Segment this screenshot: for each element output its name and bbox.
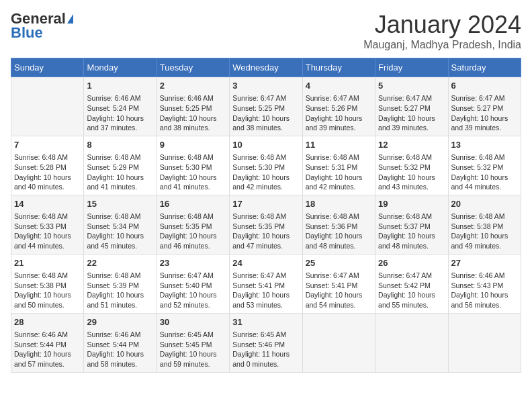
day-info: and 40 minutes.	[14, 182, 81, 192]
day-info: Daylight: 10 hours	[378, 290, 445, 300]
day-info: Daylight: 10 hours	[232, 231, 299, 241]
day-info: Sunset: 5:46 PM	[232, 340, 299, 350]
day-info: and 39 minutes.	[378, 123, 445, 133]
month-title: January 2024	[363, 11, 521, 39]
location-subtitle: Mauganj, Madhya Pradesh, India	[363, 39, 521, 51]
day-cell: 4Sunrise: 6:47 AMSunset: 5:26 PMDaylight…	[302, 77, 375, 136]
day-info: and 52 minutes.	[160, 300, 226, 310]
day-info: and 0 minutes.	[232, 359, 299, 369]
day-number: 21	[14, 257, 81, 269]
week-row-4: 21Sunrise: 6:48 AMSunset: 5:38 PMDayligh…	[11, 254, 521, 313]
day-info: and 37 minutes.	[87, 123, 153, 133]
day-info: Sunset: 5:32 PM	[451, 163, 518, 173]
day-info: Sunset: 5:27 PM	[378, 103, 445, 113]
day-cell: 21Sunrise: 6:48 AMSunset: 5:38 PMDayligh…	[11, 254, 84, 313]
day-cell: 30Sunrise: 6:45 AMSunset: 5:45 PMDayligh…	[157, 313, 229, 372]
day-info: Sunset: 5:38 PM	[451, 222, 518, 232]
day-cell: 29Sunrise: 6:46 AMSunset: 5:44 PMDayligh…	[84, 313, 157, 372]
day-info: Daylight: 10 hours	[87, 290, 153, 300]
day-info: Daylight: 10 hours	[160, 231, 226, 241]
day-number: 13	[451, 139, 518, 151]
day-info: Sunset: 5:42 PM	[378, 281, 445, 291]
day-info: Daylight: 10 hours	[306, 290, 372, 300]
day-info: Sunrise: 6:48 AM	[87, 212, 153, 222]
day-info: and 46 minutes.	[160, 241, 226, 251]
day-info: and 44 minutes.	[14, 241, 81, 251]
day-cell: 24Sunrise: 6:47 AMSunset: 5:41 PMDayligh…	[230, 254, 302, 313]
day-info: Sunrise: 6:47 AM	[451, 93, 518, 103]
week-row-2: 7Sunrise: 6:48 AMSunset: 5:28 PMDaylight…	[11, 136, 521, 195]
day-number: 28	[14, 316, 81, 328]
day-info: Sunset: 5:35 PM	[160, 222, 226, 232]
day-info: Daylight: 10 hours	[451, 113, 518, 124]
day-cell: 31Sunrise: 6:45 AMSunset: 5:46 PMDayligh…	[230, 313, 302, 372]
day-info: Sunrise: 6:48 AM	[160, 152, 226, 163]
day-cell: 10Sunrise: 6:48 AMSunset: 5:30 PMDayligh…	[230, 136, 302, 195]
day-info: and 56 minutes.	[451, 300, 518, 310]
day-number: 8	[87, 139, 153, 151]
day-cell	[302, 313, 375, 372]
day-cell	[11, 77, 84, 136]
day-info: Daylight: 10 hours	[451, 290, 518, 300]
day-info: Daylight: 10 hours	[87, 113, 153, 124]
day-number: 1	[87, 80, 153, 92]
day-cell: 11Sunrise: 6:48 AMSunset: 5:31 PMDayligh…	[302, 136, 375, 195]
day-number: 11	[306, 139, 372, 151]
day-number: 20	[451, 198, 518, 210]
day-info: and 48 minutes.	[306, 241, 372, 251]
day-cell: 12Sunrise: 6:48 AMSunset: 5:32 PMDayligh…	[375, 136, 448, 195]
day-number: 29	[87, 316, 153, 328]
day-info: Sunset: 5:44 PM	[14, 340, 81, 350]
logo-blue: Blue	[11, 26, 73, 40]
day-cell: 19Sunrise: 6:48 AMSunset: 5:37 PMDayligh…	[375, 195, 448, 254]
day-info: Daylight: 10 hours	[378, 113, 445, 124]
day-info: Sunset: 5:32 PM	[378, 163, 445, 173]
day-number: 5	[378, 80, 445, 92]
day-info: Sunrise: 6:48 AM	[14, 271, 81, 281]
day-number: 6	[451, 80, 518, 92]
day-number: 9	[160, 139, 226, 151]
day-info: Sunrise: 6:48 AM	[451, 212, 518, 222]
day-info: Sunrise: 6:48 AM	[378, 152, 445, 163]
day-info: Sunrise: 6:47 AM	[232, 271, 299, 281]
day-cell: 5Sunrise: 6:47 AMSunset: 5:27 PMDaylight…	[375, 77, 448, 136]
day-cell: 2Sunrise: 6:46 AMSunset: 5:25 PMDaylight…	[157, 77, 229, 136]
day-info: Sunset: 5:30 PM	[232, 163, 299, 173]
day-info: Sunrise: 6:46 AM	[160, 93, 226, 103]
day-info: and 38 minutes.	[232, 123, 299, 133]
day-number: 26	[378, 257, 445, 269]
day-info: Sunrise: 6:46 AM	[87, 93, 153, 103]
day-info: and 44 minutes.	[451, 182, 518, 192]
day-cell	[375, 313, 448, 372]
day-info: Sunrise: 6:48 AM	[378, 212, 445, 222]
day-number: 24	[232, 257, 299, 269]
day-cell: 28Sunrise: 6:46 AMSunset: 5:44 PMDayligh…	[11, 313, 84, 372]
day-info: Sunrise: 6:48 AM	[451, 152, 518, 163]
logo: General Blue	[11, 11, 73, 40]
day-info: Sunset: 5:29 PM	[87, 163, 153, 173]
day-info: Sunset: 5:35 PM	[232, 222, 299, 232]
day-info: Sunrise: 6:47 AM	[160, 271, 226, 281]
day-info: Sunrise: 6:46 AM	[14, 330, 81, 340]
day-info: Daylight: 10 hours	[87, 231, 153, 241]
day-info: Sunrise: 6:47 AM	[378, 271, 445, 281]
day-cell: 14Sunrise: 6:48 AMSunset: 5:33 PMDayligh…	[11, 195, 84, 254]
day-info: and 54 minutes.	[306, 300, 372, 310]
day-info: and 43 minutes.	[378, 182, 445, 192]
day-number: 30	[160, 316, 226, 328]
day-info: Sunrise: 6:48 AM	[232, 212, 299, 222]
day-info: Sunrise: 6:48 AM	[232, 152, 299, 163]
day-number: 2	[160, 80, 226, 92]
day-info: Sunset: 5:45 PM	[160, 340, 226, 350]
day-info: Sunrise: 6:47 AM	[232, 93, 299, 103]
day-number: 25	[306, 257, 372, 269]
day-info: Sunset: 5:24 PM	[87, 103, 153, 113]
day-info: Sunrise: 6:47 AM	[306, 271, 372, 281]
day-info: and 55 minutes.	[378, 300, 445, 310]
day-number: 19	[378, 198, 445, 210]
header-wednesday: Wednesday	[230, 58, 302, 77]
day-number: 12	[378, 139, 445, 151]
day-info: Daylight: 10 hours	[306, 113, 372, 124]
day-info: Sunset: 5:34 PM	[87, 222, 153, 232]
day-info: Daylight: 10 hours	[87, 173, 153, 183]
